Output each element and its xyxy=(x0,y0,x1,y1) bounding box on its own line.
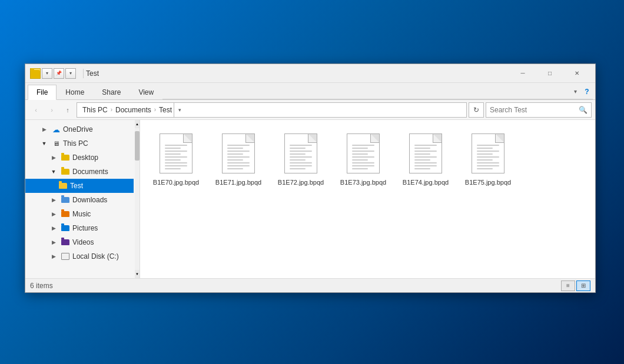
doc-line xyxy=(290,165,312,166)
scroll-down-btn[interactable]: ▼ xyxy=(135,270,140,278)
sidebar-item-onedrive[interactable]: ▶ ☁ OneDrive xyxy=(25,122,134,136)
help-button[interactable]: ? xyxy=(581,84,593,99)
search-icon[interactable]: 🔍 xyxy=(579,106,588,114)
file-name-5: B1E74.jpg.bpqd xyxy=(403,178,449,186)
quick-pin-btn[interactable]: 📌 xyxy=(54,68,64,79)
quick-more-btn[interactable]: ▾ xyxy=(65,68,76,79)
crumb-documents[interactable]: Documents xyxy=(114,105,153,115)
maximize-button[interactable]: □ xyxy=(536,64,563,83)
sidebar-item-thispc[interactable]: ▼ 🖥 This PC xyxy=(25,136,134,151)
tab-file[interactable]: File xyxy=(28,85,57,100)
tab-home[interactable]: Home xyxy=(57,84,93,99)
title-divider xyxy=(83,69,84,78)
forward-button[interactable]: › xyxy=(45,103,59,117)
sidebar-item-localdisk[interactable]: ▶ Local Disk (C:) xyxy=(25,249,134,263)
doc-line xyxy=(414,153,430,155)
sidebar-label-music: Music xyxy=(72,210,91,218)
doc-line xyxy=(227,162,250,163)
doc-line xyxy=(477,156,499,158)
doc-line xyxy=(414,145,437,146)
address-box[interactable]: This PC › Documents › Test ▾ xyxy=(77,102,467,118)
documents-folder-icon xyxy=(61,167,70,176)
doc-lines-5 xyxy=(414,145,437,169)
documents-expand-arrow: ▼ xyxy=(49,167,58,176)
file-icon-3 xyxy=(283,133,318,176)
file-item-6[interactable]: B1E75.jpg.bpqd xyxy=(462,129,515,191)
tab-share[interactable]: Share xyxy=(93,84,130,99)
address-dropdown-btn[interactable]: ▾ xyxy=(174,102,185,118)
doc-icon-1 xyxy=(160,133,192,173)
sidebar-label-downloads: Downloads xyxy=(72,196,107,204)
doc-line xyxy=(477,153,493,155)
window-controls: ─ □ ✕ xyxy=(509,64,590,83)
doc-line xyxy=(165,159,181,161)
doc-line xyxy=(290,153,306,155)
back-button[interactable]: ‹ xyxy=(29,103,43,117)
search-input[interactable] xyxy=(490,106,579,114)
thispc-icon: 🖥 xyxy=(51,139,61,148)
sidebar-item-pictures[interactable]: ▶ Pictures xyxy=(25,221,134,235)
close-button[interactable]: ✕ xyxy=(563,64,590,83)
doc-line xyxy=(477,159,493,161)
sidebar-item-desktop[interactable]: ▶ Desktop xyxy=(25,151,134,165)
tab-view[interactable]: View xyxy=(130,84,162,99)
sidebar-item-music[interactable]: ▶ Music xyxy=(25,207,134,221)
file-item-2[interactable]: B1E71.jpg.bpqd xyxy=(212,129,265,191)
status-bar: 6 items ≡ ⊞ xyxy=(25,278,595,292)
file-item-1[interactable]: B1E70.jpg.bpqd xyxy=(150,129,203,191)
file-icon-2 xyxy=(221,133,256,176)
title-folder-icon xyxy=(31,70,40,77)
address-bar: ‹ › ↑ This PC › Documents › Test ▾ ↻ 🔍 xyxy=(25,100,595,120)
search-box: 🔍 xyxy=(486,102,592,118)
desktop-expand-arrow: ▶ xyxy=(49,153,58,162)
file-item-3[interactable]: B1E72.jpg.bpqd xyxy=(274,129,327,191)
main-area: ▲ ▼ ▶ ☁ OneDrive ▼ 🖥 This PC xyxy=(25,120,595,278)
view-large-icon: ⊞ xyxy=(581,282,586,289)
doc-line xyxy=(290,156,312,158)
sidebar-label-localdisk: Local Disk (C:) xyxy=(72,252,119,261)
doc-line xyxy=(227,151,250,152)
doc-line xyxy=(290,145,312,146)
file-name-6: B1E75.jpg.bpqd xyxy=(465,178,511,186)
sidebar-content: ▶ ☁ OneDrive ▼ 🖥 This PC ▶ Desktop xyxy=(25,122,140,263)
quick-undo-btn[interactable]: ▾ xyxy=(42,68,52,79)
onedrive-icon: ☁ xyxy=(51,125,61,134)
doc-line xyxy=(165,153,181,155)
crumb-test[interactable]: Test xyxy=(157,105,174,115)
crumb-sep-2: › xyxy=(154,106,156,113)
test-folder-icon xyxy=(58,181,68,191)
crumb-sep-1: › xyxy=(111,106,112,113)
file-icon-5 xyxy=(408,133,443,176)
file-item-5[interactable]: B1E74.jpg.bpqd xyxy=(399,129,452,191)
file-item-4[interactable]: B1E73.jpg.bpqd xyxy=(337,129,390,191)
scroll-up-btn[interactable]: ▲ xyxy=(135,120,140,128)
sidebar-label-videos: Videos xyxy=(72,238,94,246)
doc-line xyxy=(227,148,243,149)
sidebar-item-test[interactable]: Test xyxy=(25,179,134,193)
doc-line xyxy=(227,165,250,166)
doc-line xyxy=(352,165,374,166)
doc-line xyxy=(227,159,243,161)
sidebar-item-videos[interactable]: ▶ Videos xyxy=(25,235,134,249)
doc-line xyxy=(165,148,181,149)
doc-icon-6 xyxy=(472,133,504,173)
folder-icon-btn xyxy=(30,68,41,79)
view-details-button[interactable]: ≡ xyxy=(561,280,575,291)
doc-icon-3 xyxy=(284,133,317,173)
view-toggle-buttons: ≡ ⊞ xyxy=(561,280,590,291)
minimize-button[interactable]: ─ xyxy=(509,64,536,83)
crumb-thispc[interactable]: This PC xyxy=(81,105,109,115)
doc-line xyxy=(477,165,499,166)
sidebar-item-downloads[interactable]: ▶ Downloads xyxy=(25,193,134,207)
doc-line xyxy=(414,165,437,166)
refresh-button[interactable]: ↻ xyxy=(469,102,484,118)
doc-line xyxy=(227,156,250,158)
scroll-thumb[interactable] xyxy=(135,131,140,161)
doc-line xyxy=(477,168,493,169)
view-large-icons-button[interactable]: ⊞ xyxy=(576,280,590,291)
doc-line xyxy=(290,168,306,169)
up-button[interactable]: ↑ xyxy=(61,103,75,117)
sidebar-item-documents[interactable]: ▼ Documents xyxy=(25,165,134,179)
ribbon-collapse-btn[interactable]: ▾ xyxy=(569,84,581,99)
doc-line xyxy=(352,148,368,149)
